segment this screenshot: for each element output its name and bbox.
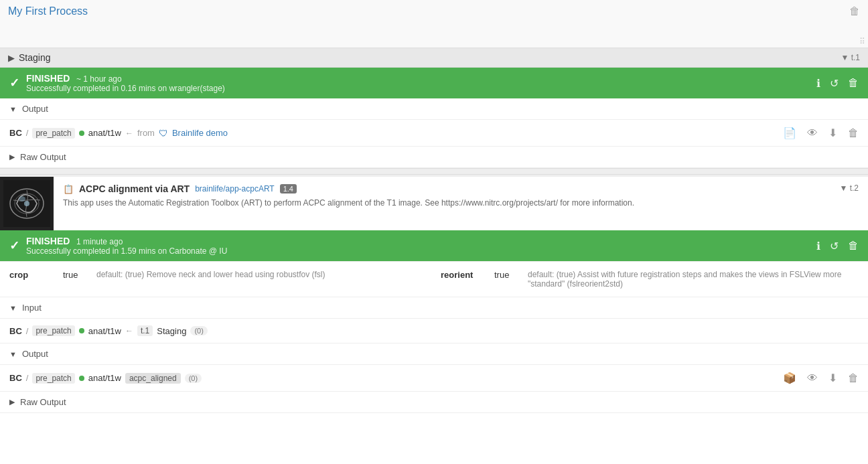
task1-file-icon[interactable]: 📄 [783,127,796,139]
task1-delete-icon[interactable]: 🗑 [848,77,859,89]
task1-completed-text: Successfully completed in 0.16 mins on w… [26,84,225,93]
task2-check-icon: ✓ [9,238,19,253]
task1-raw-output-toggle[interactable]: ▶ Raw Output [0,147,868,168]
task1-download-icon[interactable]: ⬇ [828,127,837,139]
task2-output-label: Output [22,349,48,359]
task2-finished-banner: ✓ FINISHED 1 minute ago Successfully com… [0,230,868,261]
task1-arrow-left-icon: ← [125,129,133,138]
task2-status-row: FINISHED 1 minute ago [26,236,227,246]
task1-raw-output-label: Raw Output [20,152,66,162]
task1-eye-icon[interactable]: 👁 [807,127,818,139]
task1-data-type: anat/t1w [88,128,121,138]
task1-slash: / [26,128,29,138]
task2-output-aligned-tag: acpc_aligned [125,373,181,384]
staging-header: ▶ Staging ▼ t.1 [0,48,868,68]
task2-file-icon[interactable]: 📦 [783,372,796,384]
top-delete-icon[interactable]: 🗑 [849,5,860,17]
task1-bc-label: BC [9,128,22,138]
task1-output-toggle[interactable]: ▼ Output [0,98,868,120]
svg-point-3 [24,201,29,206]
task2-text-block: FINISHED 1 minute ago Successfully compl… [26,236,227,256]
task2-input-tag: pre_patch [32,325,74,336]
task1-data-row: BC / pre_patch anat/t1w ← from 🛡 Brainli… [0,120,868,147]
task1-source-name: Brainlife demo [172,128,228,138]
task2-output-data-row: BC / pre_patch anat/t1w acpc_aligned (0)… [0,365,868,392]
task2-input-data-row: BC / pre_patch anat/t1w ← t.1 Staging (0… [0,319,868,343]
task2-input-ref: t.1 [137,325,153,336]
task2-refresh-icon[interactable]: ↺ [830,240,839,252]
task2-actions: ℹ ↺ 🗑 [816,240,859,252]
task2-version-label: ▼ t.2 [830,177,868,200]
task2-input-type: anat/t1w [88,326,121,336]
task2-param-crop-desc: default: (true) Remove neck and lower he… [96,270,326,279]
task2-card: 📋 ACPC alignment via ART brainlife/app-a… [0,175,868,413]
task1-text-block: FINISHED ~ 1 hour ago Successfully compl… [26,73,225,93]
task2-time-ago: 1 minute ago [76,237,123,246]
task2-card-header: 📋 ACPC alignment via ART brainlife/app-a… [0,177,868,230]
task2-title-row: 📋 ACPC alignment via ART brainlife/app-a… [63,183,820,194]
task2-eye-icon[interactable]: 👁 [807,372,818,384]
task1-finished-left: ✓ FINISHED ~ 1 hour ago Successfully com… [9,73,225,93]
task2-input-dot [79,328,84,333]
task2-param-reorient-name: reorient [441,270,488,280]
task1-dot-green [79,131,84,136]
task1-status-row: FINISHED ~ 1 hour ago [26,73,225,84]
task2-raw-output-label: Raw Output [20,397,66,407]
task1-finished-banner: ✓ FINISHED ~ 1 hour ago Successfully com… [0,68,868,98]
top-section: My First Process 🗑 ⠿ [0,0,868,48]
task1-check-icon: ✓ [9,76,19,90]
task2-output-bc: BC [9,373,22,383]
task1-refresh-icon[interactable]: ↺ [830,77,839,90]
svg-point-4 [19,196,25,202]
task2-param-crop-name: crop [9,270,56,280]
task1-info-icon[interactable]: ℹ [816,77,820,90]
resize-handle: ⠿ [859,37,865,46]
task2-info-icon[interactable]: ℹ [816,240,820,252]
task2-output-type: anat/t1w [88,373,121,383]
task2-output-toggle[interactable]: ▼ Output [0,343,868,365]
task2-input-source: Staging [157,326,186,336]
task2-input-count: (0) [190,326,207,335]
task2-description: This app uses the Automatic Registration… [63,197,820,209]
task2-slug: brainlife/app-acpcART [195,184,275,194]
task1-raw-chevron: ▶ [9,153,15,161]
staging-arrow-icon: ▶ [8,53,15,63]
task2-input-chevron: ▼ [9,304,17,312]
task1-shield-icon: 🛡 [159,128,168,139]
task2-t2-text: ▼ t.2 [839,183,859,193]
task2-output-data-left: BC / pre_patch anat/t1w acpc_aligned (0) [9,373,202,384]
task2-input-bc: BC [9,326,22,336]
task2-output-count: (0) [185,374,202,383]
task2-thumbnail [0,177,54,230]
task2-raw-output-toggle[interactable]: ▶ Raw Output [0,392,868,413]
task2-output-tag: pre_patch [32,373,74,384]
task2-output-slash: / [26,373,29,383]
task2-param-crop-value: true [63,270,90,280]
task2-delete-icon[interactable]: 🗑 [848,240,859,252]
task2-trash-icon[interactable]: 🗑 [848,372,859,384]
task2-download-icon[interactable]: ⬇ [828,372,837,384]
task2-input-toggle[interactable]: ▼ Input [0,297,868,319]
task2-raw-chevron: ▶ [9,398,15,406]
task1-from-text: from [137,128,155,138]
task2-title: ACPC alignment via ART [79,183,190,194]
task2-completed-text: Successfully completed in 1.59 mins on C… [26,246,227,256]
task2-output-actions: 📦 👁 ⬇ 🗑 [783,372,859,384]
task2-param-crop: crop true default: (true) Remove neck an… [9,268,427,290]
task1-status: FINISHED [26,73,70,84]
task1-data-actions: 📄 👁 ⬇ 🗑 [783,127,859,139]
task2-output-chevron: ▼ [9,350,17,358]
task1-trash-icon[interactable]: 🗑 [848,127,859,139]
task1-time-ago: ~ 1 hour ago [76,74,122,84]
staging-version: ▼ t.1 [841,53,860,62]
task2-info: 📋 ACPC alignment via ART brainlife/app-a… [54,177,830,230]
task-divider [0,168,868,175]
task2-input-data-left: BC / pre_patch anat/t1w ← t.1 Staging (0… [9,325,208,336]
task1-data-tag: pre_patch [32,128,74,139]
task1-data-left: BC / pre_patch anat/t1w ← from 🛡 Brainli… [9,128,228,139]
task2-param-reorient: reorient true default: (true) Assist wit… [441,268,859,290]
task1-output-chevron: ▼ [9,105,17,113]
task2-finished-left: ✓ FINISHED 1 minute ago Successfully com… [9,236,227,256]
task2-param-reorient-desc: default: (true) Assist with future regis… [528,270,859,289]
task2-input-label: Input [22,303,42,313]
